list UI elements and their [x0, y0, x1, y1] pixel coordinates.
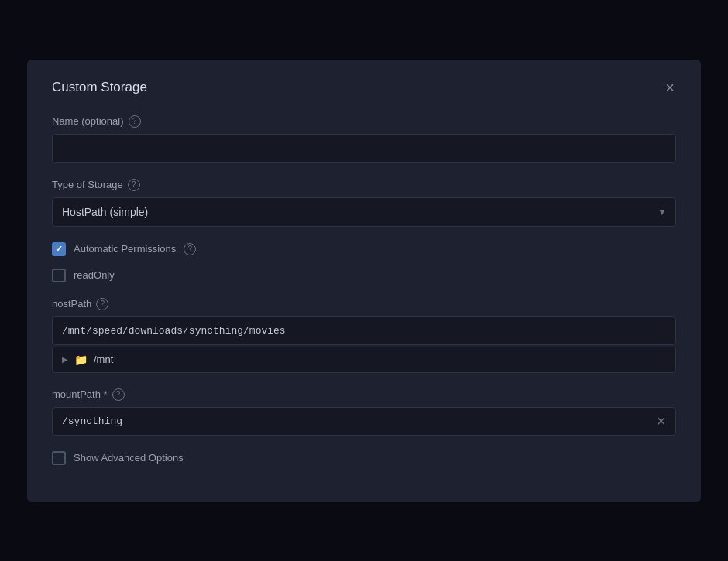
read-only-checkbox[interactable]	[52, 269, 66, 282]
host-path-help-icon[interactable]: ?	[96, 298, 108, 310]
show-advanced-row: Show Advanced Options	[52, 451, 676, 465]
show-advanced-checkbox[interactable]	[52, 451, 66, 465]
modal-overlay: Custom Storage × Name (optional) ? Type …	[0, 0, 728, 561]
folder-browser: ▶ 📁 /mnt	[52, 347, 676, 373]
type-of-storage-field-group: Type of Storage ? HostPath (simple) NFS …	[52, 179, 676, 227]
modal-title: Custom Storage	[52, 80, 147, 95]
close-button[interactable]: ×	[664, 78, 676, 97]
host-path-input[interactable]	[52, 316, 676, 345]
mount-path-clear-button[interactable]: ✕	[653, 413, 668, 429]
mount-path-label: mountPath * ?	[52, 388, 676, 401]
name-field-group: Name (optional) ?	[52, 115, 676, 163]
automatic-permissions-help-icon[interactable]: ?	[184, 243, 196, 255]
triangle-icon: ▶	[62, 355, 68, 364]
name-label: Name (optional) ?	[52, 115, 676, 128]
folder-path: /mnt	[94, 354, 113, 365]
type-of-storage-label: Type of Storage ?	[52, 179, 676, 191]
name-help-icon[interactable]: ?	[129, 115, 141, 128]
folder-browser-row[interactable]: ▶ 📁 /mnt	[53, 347, 675, 372]
host-path-field-group: hostPath ? ▶ 📁 /mnt	[52, 298, 676, 373]
name-input[interactable]	[52, 134, 676, 163]
checkmark-icon: ✓	[55, 244, 63, 255]
automatic-permissions-checkbox[interactable]: ✓	[52, 242, 66, 256]
automatic-permissions-label: Automatic Permissions	[74, 243, 176, 255]
mount-path-input-wrapper: ✕	[52, 407, 676, 436]
automatic-permissions-row: ✓ Automatic Permissions ?	[52, 242, 676, 256]
modal-header: Custom Storage ×	[52, 78, 676, 97]
type-of-storage-select[interactable]: HostPath (simple) NFS SMB	[52, 197, 676, 227]
read-only-row: readOnly	[52, 269, 676, 282]
host-path-label: hostPath ?	[52, 298, 676, 310]
mount-path-help-icon[interactable]: ?	[112, 388, 125, 401]
folder-icon: 📁	[74, 354, 88, 366]
custom-storage-modal: Custom Storage × Name (optional) ? Type …	[27, 60, 701, 502]
show-advanced-label: Show Advanced Options	[74, 452, 184, 464]
type-of-storage-help-icon[interactable]: ?	[128, 179, 140, 191]
type-of-storage-wrapper: HostPath (simple) NFS SMB ▼	[52, 197, 676, 227]
mount-path-input[interactable]	[52, 407, 676, 436]
mount-path-field-group: mountPath * ? ✕	[52, 388, 676, 436]
read-only-label: readOnly	[74, 269, 115, 281]
